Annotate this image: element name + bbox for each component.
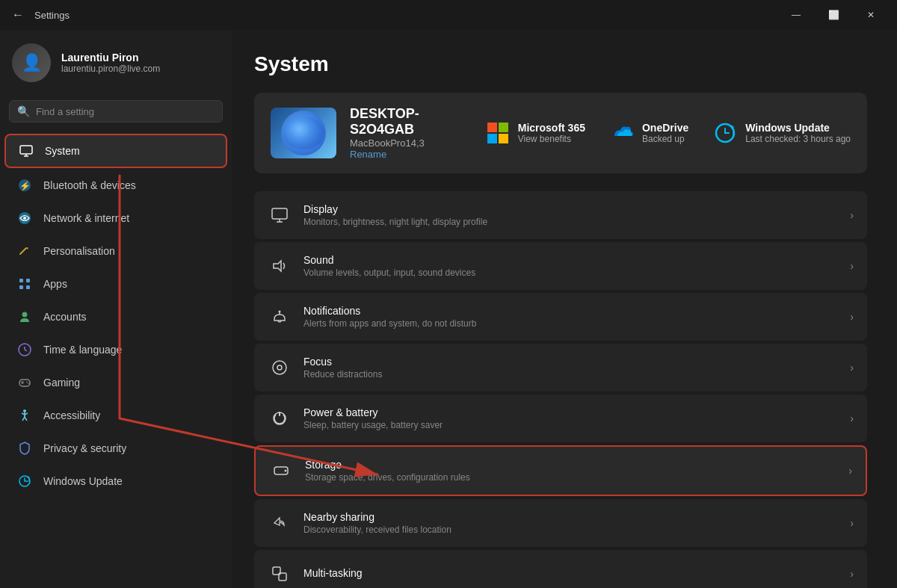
sidebar-item-privacy[interactable]: Privacy & security (4, 433, 227, 464)
device-image (271, 108, 336, 158)
sidebar-item-windows-update[interactable]: Windows Update (4, 465, 227, 497)
nearby-text: Nearby sharing Discoverability, received… (303, 511, 838, 535)
ms365-text: Microsoft 365 View benefits (518, 122, 585, 144)
app-container: 👤 Laurentiu Piron laurentiu.piron@live.c… (0, 30, 897, 588)
maximize-button[interactable]: ⬜ (816, 3, 851, 27)
power-title: Power & battery (303, 406, 838, 418)
device-card: DESKTOP-S2O4GAB MacBookPro14,3 Rename (254, 93, 867, 173)
minimize-button[interactable]: — (779, 3, 813, 27)
titlebar-left: ← Settings (9, 8, 70, 22)
svg-text:⚡: ⚡ (19, 180, 31, 191)
accounts-icon (16, 309, 33, 325)
power-chevron: › (850, 412, 854, 424)
sidebar-item-system[interactable]: System (4, 134, 227, 168)
svg-line-26 (22, 417, 25, 421)
nearby-chevron: › (850, 517, 854, 529)
notifications-icon (268, 305, 292, 329)
user-profile[interactable]: 👤 Laurentiu Piron laurentiu.piron@live.c… (0, 30, 232, 94)
search-input[interactable] (36, 106, 215, 117)
ms365-icon (485, 120, 511, 146)
ms365-desc: View benefits (518, 134, 585, 144)
svg-line-27 (25, 417, 27, 421)
settings-notifications[interactable]: Notifications Alerts from apps and syste… (254, 293, 867, 341)
onedrive-name: OneDrive (642, 122, 688, 134)
back-button[interactable]: ← (9, 8, 27, 22)
sidebar-label-system: System (45, 145, 80, 157)
svg-point-43 (279, 311, 281, 313)
sidebar-item-network[interactable]: Network & internet (4, 202, 227, 234)
sidebar-label-apps: Apps (43, 278, 67, 290)
service-ms365[interactable]: Microsoft 365 View benefits (485, 120, 585, 146)
power-desc: Sleep, battery usage, battery saver (303, 420, 838, 430)
svg-point-31 (291, 122, 309, 137)
sidebar-label-time: Time & language (43, 344, 122, 356)
settings-multitasking[interactable]: Multi-tasking › (254, 550, 867, 588)
multitasking-chevron: › (850, 568, 854, 580)
svg-rect-38 (272, 208, 287, 219)
app-title: Settings (34, 10, 70, 21)
settings-nearby[interactable]: Nearby sharing Discoverability, received… (254, 499, 867, 547)
svg-point-21 (28, 383, 29, 384)
nearby-title: Nearby sharing (303, 511, 838, 523)
svg-point-6 (23, 217, 26, 220)
service-onedrive[interactable]: OneDrive Backed up (609, 120, 688, 146)
display-chevron: › (850, 209, 854, 221)
titlebar: ← Settings — ⬜ ✕ (0, 0, 897, 30)
sidebar-item-time[interactable]: Time & language (4, 334, 227, 365)
settings-focus[interactable]: Focus Reduce distractions › (254, 344, 867, 392)
notifications-desc: Alerts from apps and system, do not dist… (303, 318, 838, 329)
accessibility-icon (16, 407, 33, 424)
svg-rect-12 (26, 285, 30, 289)
gaming-icon (16, 374, 33, 391)
avatar: 👤 (12, 43, 51, 82)
sidebar-item-bluetooth[interactable]: ⚡ Bluetooth & devices (4, 170, 227, 201)
svg-point-44 (273, 361, 286, 374)
sidebar-label-bluetooth: Bluetooth & devices (43, 179, 136, 191)
settings-power[interactable]: Power & battery Sleep, battery usage, ba… (254, 394, 867, 442)
sidebar-item-apps[interactable]: Apps (4, 268, 227, 300)
display-text: Display Monitors, brightness, night ligh… (303, 203, 838, 227)
sidebar-item-accounts[interactable]: Accounts (4, 301, 227, 332)
device-model: MacBookPro14,3 (350, 137, 472, 149)
sidebar-item-gaming[interactable]: Gaming (4, 367, 227, 398)
sidebar-item-accessibility[interactable]: Accessibility (4, 400, 227, 431)
svg-point-22 (23, 409, 26, 412)
svg-point-45 (277, 365, 282, 370)
display-title: Display (303, 203, 838, 215)
winupdate-desc: Last checked: 3 hours ago (745, 134, 851, 144)
sidebar-label-windows-update: Windows Update (43, 475, 123, 487)
service-winupdate[interactable]: Windows Update Last checked: 3 hours ago (712, 120, 851, 146)
storage-icon (269, 459, 293, 483)
onedrive-text: OneDrive Backed up (642, 122, 688, 144)
search-box[interactable]: 🔍 (9, 100, 223, 123)
close-button[interactable]: ✕ (854, 3, 888, 27)
settings-sound[interactable]: Sound Volume levels, output, input, soun… (254, 242, 867, 290)
sidebar: 👤 Laurentiu Piron laurentiu.piron@live.c… (0, 30, 232, 588)
multitasking-title: Multi-tasking (303, 567, 838, 579)
storage-title: Storage (305, 459, 836, 471)
svg-rect-10 (26, 279, 30, 282)
device-rename[interactable]: Rename (350, 149, 472, 160)
settings-display[interactable]: Display Monitors, brightness, night ligh… (254, 191, 867, 239)
device-name: DESKTOP-S2O4GAB (350, 106, 472, 137)
svg-rect-32 (487, 123, 497, 132)
device-info: DESKTOP-S2O4GAB MacBookPro14,3 Rename (350, 106, 472, 160)
nearby-desc: Discoverability, received files location (303, 524, 838, 535)
focus-icon (268, 356, 292, 380)
svg-rect-34 (487, 134, 497, 143)
settings-storage[interactable]: Storage Storage space, drives, configura… (254, 445, 867, 496)
svg-rect-9 (19, 279, 23, 282)
svg-point-13 (22, 312, 28, 318)
power-icon (268, 406, 292, 430)
svg-point-49 (285, 470, 287, 472)
user-info: Laurentiu Piron laurentiu.piron@live.com (61, 52, 160, 74)
main-content: System DESKTOP-S2O4GAB (232, 30, 897, 588)
power-text: Power & battery Sleep, battery usage, ba… (303, 406, 838, 430)
svg-rect-35 (499, 134, 508, 143)
ms365-name: Microsoft 365 (518, 122, 585, 134)
windows-update-icon (16, 473, 33, 489)
sidebar-label-network: Network & internet (43, 212, 129, 224)
sidebar-item-personalisation[interactable]: Personalisation (4, 235, 227, 267)
bluetooth-icon: ⚡ (16, 177, 33, 194)
svg-point-20 (26, 382, 28, 383)
